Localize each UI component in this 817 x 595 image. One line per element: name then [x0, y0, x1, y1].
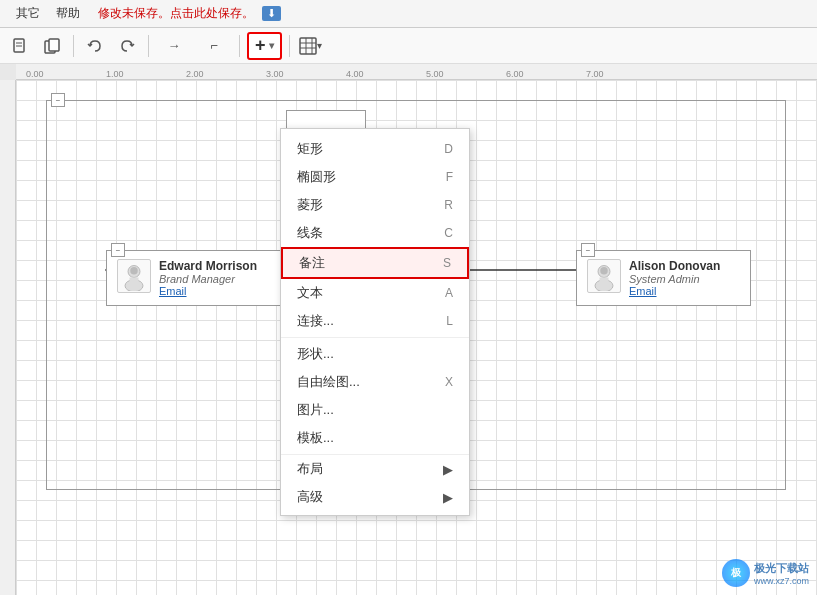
- menu-item-layout-arrow: ▶: [443, 462, 453, 477]
- toolbar-sep-4: [289, 35, 290, 57]
- menu-item-line-shortcut: C: [444, 226, 453, 240]
- ruler-top: 0.00 1.00 2.00 3.00 4.00 5.00 6.00 7.00: [16, 64, 817, 80]
- ruler-mark-7: 7.00: [586, 69, 604, 79]
- menu-item-connect-label: 连接...: [297, 312, 334, 330]
- menu-item-freedraw-label: 自由绘图...: [297, 373, 360, 391]
- ruler-left: [0, 80, 16, 595]
- menu-section-layout: 布局 ▶ 高级 ▶: [281, 455, 469, 511]
- ruler-mark-6: 6.00: [506, 69, 524, 79]
- dropdown-menu: 矩形 D 椭圆形 F 菱形 R 线条 C 备注 S 文本 A: [280, 128, 470, 516]
- ruler-mark-1: 1.00: [106, 69, 124, 79]
- menu-help[interactable]: 帮助: [48, 2, 88, 25]
- toolbar-table-btn[interactable]: ▾: [297, 32, 325, 60]
- menu-item-shapes[interactable]: 形状...: [281, 340, 469, 368]
- menu-item-note[interactable]: 备注 S: [281, 247, 469, 279]
- svg-rect-4: [49, 39, 59, 51]
- toolbar-page-btn[interactable]: [6, 32, 34, 60]
- edward-card[interactable]: − Edward Morrison Brand Manager Email: [106, 250, 281, 306]
- svg-point-19: [600, 267, 608, 275]
- menu-item-text-label: 文本: [297, 284, 323, 302]
- menu-item-template[interactable]: 模板...: [281, 424, 469, 452]
- alison-info: Alison Donovan System Admin Email: [629, 259, 720, 297]
- toolbar-undo-btn[interactable]: [81, 32, 109, 60]
- card-collapse-icon-alison[interactable]: −: [581, 243, 595, 257]
- toolbar-sep-2: [148, 35, 149, 57]
- menu-item-advanced[interactable]: 高级 ▶: [281, 483, 469, 511]
- menu-item-line-label: 线条: [297, 224, 323, 242]
- menu-item-advanced-label: 高级: [297, 488, 323, 506]
- menu-item-layout-label: 布局: [297, 460, 323, 478]
- menu-item-text[interactable]: 文本 A: [281, 279, 469, 307]
- ruler-mark-4: 4.00: [346, 69, 364, 79]
- svg-point-15: [130, 267, 138, 275]
- menu-item-freedraw-shortcut: X: [445, 375, 453, 389]
- menu-item-diamond-label: 菱形: [297, 196, 323, 214]
- menu-item-ellipse-label: 椭圆形: [297, 168, 336, 186]
- alison-name: Alison Donovan: [629, 259, 720, 273]
- ruler-mark-5: 5.00: [426, 69, 444, 79]
- save-notice-text: 修改未保存。点击此处保存。: [98, 5, 254, 22]
- svg-rect-17: [130, 278, 139, 284]
- edward-email-link[interactable]: Email: [159, 285, 257, 297]
- menu-item-advanced-arrow: ▶: [443, 490, 453, 505]
- svg-rect-21: [600, 278, 609, 284]
- menu-item-note-shortcut: S: [443, 256, 451, 270]
- save-button[interactable]: ⬇: [262, 6, 281, 21]
- menu-other[interactable]: 其它: [8, 2, 48, 25]
- menu-item-freedraw[interactable]: 自由绘图... X: [281, 368, 469, 396]
- menu-item-diamond[interactable]: 菱形 R: [281, 191, 469, 219]
- edward-info: Edward Morrison Brand Manager Email: [159, 259, 257, 297]
- ruler-mark-3: 3.00: [266, 69, 284, 79]
- toolbar-connect-btn[interactable]: ⌐: [196, 32, 232, 60]
- edward-role: Brand Manager: [159, 273, 257, 285]
- card-collapse-icon-edward[interactable]: −: [111, 243, 125, 257]
- menu-section-more: 形状... 自由绘图... X 图片... 模板...: [281, 338, 469, 455]
- toolbar-sep-1: [73, 35, 74, 57]
- toolbar: → ⌐ + ▾ ▾: [0, 28, 817, 64]
- watermark-brand: 极光下载站: [754, 561, 809, 576]
- menu-item-rect[interactable]: 矩形 D: [281, 135, 469, 163]
- menu-item-template-label: 模板...: [297, 429, 334, 447]
- alison-email-link[interactable]: Email: [629, 285, 720, 297]
- menu-item-connect[interactable]: 连接... L: [281, 307, 469, 335]
- watermark: 极 极光下载站 www.xz7.com: [722, 559, 809, 587]
- menu-item-diamond-shortcut: R: [444, 198, 453, 212]
- dropdown-arrow-icon: ▾: [269, 40, 274, 51]
- svg-rect-5: [300, 38, 316, 54]
- menu-item-layout[interactable]: 布局 ▶: [281, 455, 469, 483]
- watermark-logo: 极: [722, 559, 750, 587]
- watermark-url: www.xz7.com: [754, 576, 809, 586]
- plus-icon: +: [255, 35, 266, 56]
- menu-item-line[interactable]: 线条 C: [281, 219, 469, 247]
- alison-card[interactable]: − Alison Donovan System Admin Email: [576, 250, 751, 306]
- menu-item-ellipse-shortcut: F: [446, 170, 453, 184]
- menu-item-text-shortcut: A: [445, 286, 453, 300]
- save-notice[interactable]: 修改未保存。点击此处保存。 ⬇: [98, 5, 281, 22]
- menu-item-image[interactable]: 图片...: [281, 396, 469, 424]
- menu-item-ellipse[interactable]: 椭圆形 F: [281, 163, 469, 191]
- ruler-mark-2: 2.00: [186, 69, 204, 79]
- edward-name: Edward Morrison: [159, 259, 257, 273]
- menu-section-shapes: 矩形 D 椭圆形 F 菱形 R 线条 C 备注 S 文本 A: [281, 133, 469, 338]
- ruler-mark-0: 0.00: [26, 69, 44, 79]
- menu-item-shapes-label: 形状...: [297, 345, 334, 363]
- add-shape-button[interactable]: + ▾: [247, 32, 282, 60]
- alison-role: System Admin: [629, 273, 720, 285]
- edward-avatar: [117, 259, 151, 293]
- toolbar-sep-3: [239, 35, 240, 57]
- menu-item-rect-label: 矩形: [297, 140, 323, 158]
- toolbar-copy-btn[interactable]: [38, 32, 66, 60]
- toolbar-redo-btn[interactable]: [113, 32, 141, 60]
- menu-item-note-label: 备注: [299, 254, 325, 272]
- menu-item-connect-shortcut: L: [446, 314, 453, 328]
- menu-item-rect-shortcut: D: [444, 142, 453, 156]
- group-collapse-icon[interactable]: −: [51, 93, 65, 107]
- canvas-area[interactable]: 0.00 1.00 2.00 3.00 4.00 5.00 6.00 7.00: [0, 64, 817, 595]
- alison-avatar: [587, 259, 621, 293]
- toolbar-arrow-btn[interactable]: →: [156, 32, 192, 60]
- top-bar: 其它 帮助 修改未保存。点击此处保存。 ⬇: [0, 0, 817, 28]
- menu-item-image-label: 图片...: [297, 401, 334, 419]
- menu-items: 其它 帮助: [8, 2, 88, 25]
